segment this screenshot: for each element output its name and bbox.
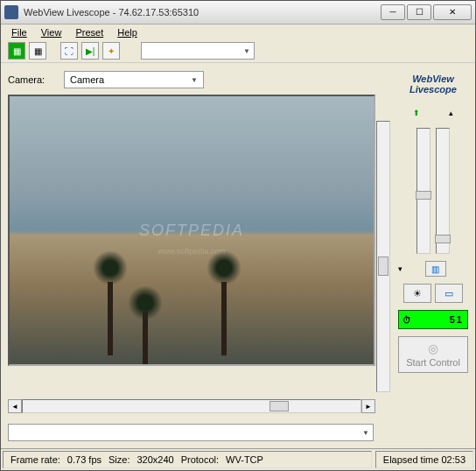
watermark-text: SOFTPEDIA: [139, 221, 244, 240]
scene-palm: [132, 285, 158, 366]
tool-camera-icon[interactable]: ✦: [102, 42, 120, 60]
clock-icon: ⏱: [402, 315, 413, 325]
zoom-up-icon[interactable]: ▴: [449, 109, 453, 117]
titlebar[interactable]: WebView Livescope - 74.62.17.53:65310 ─ …: [1, 1, 475, 25]
logo-line1: WebView: [398, 74, 468, 84]
chevron-down-icon: ▼: [243, 47, 250, 55]
video-container: SOFTPEDIA www.softpedia.com: [8, 95, 375, 392]
start-control-button[interactable]: ◎ Start Control: [398, 336, 468, 373]
scroll-left-arrow-icon[interactable]: ◄: [8, 399, 22, 413]
camera-select-value: Camera: [70, 74, 104, 85]
panorama-icon[interactable]: ▭: [435, 284, 463, 303]
logo-line2: Livescope: [398, 84, 468, 95]
right-panel: WebView Livescope ⬆ ▴ ▾ ▥ ☀: [398, 70, 468, 441]
camera-select[interactable]: Camera ▼: [64, 71, 204, 88]
frame-rate-value: 0.73 fps: [67, 454, 102, 465]
tilt-slider-thumb[interactable]: [416, 191, 431, 200]
close-button[interactable]: ✕: [433, 4, 472, 20]
elapsed-label: Elapsed time: [383, 454, 439, 465]
horizontal-scrollbar[interactable]: [22, 399, 361, 413]
camera-row: Camera: Camera ▼: [8, 70, 395, 89]
maximize-button[interactable]: ☐: [407, 4, 431, 20]
status-elapsed: Elapsed time 02:53: [375, 451, 473, 468]
menu-preset[interactable]: Preset: [70, 25, 108, 39]
protocol-label: Protocol:: [181, 454, 219, 465]
tool-play-icon[interactable]: ▶|: [81, 42, 99, 60]
menu-file[interactable]: File: [6, 25, 32, 39]
timer-value: 51: [450, 314, 464, 325]
tree-icon: ⬆: [413, 109, 420, 117]
tool-checker-gray-icon[interactable]: ▦: [29, 42, 46, 60]
toolbar-combo[interactable]: ▼: [141, 42, 255, 60]
menubar: File View Preset Help: [1, 25, 475, 40]
control-icons-row: ☀ ▭: [398, 284, 468, 303]
sliders-area: [398, 124, 468, 257]
statusbar: Frame rate: 0.73 fps Size: 320x240 Proto…: [1, 448, 475, 470]
vertical-scrollbar[interactable]: [376, 121, 390, 392]
vertical-scroll-panel: [375, 95, 391, 392]
main-window: WebView Livescope - 74.62.17.53:65310 ─ …: [0, 0, 476, 471]
bottom-combo[interactable]: ▼: [8, 424, 374, 441]
slider-top-row: ⬆ ▴: [398, 105, 468, 121]
video-frame[interactable]: SOFTPEDIA www.softpedia.com: [8, 95, 375, 366]
tilt-slider[interactable]: [416, 128, 430, 254]
scene-palm: [211, 250, 237, 355]
vertical-scrollbar-thumb[interactable]: [378, 257, 388, 276]
backlight-icon[interactable]: ☀: [403, 284, 431, 303]
size-label: Size:: [108, 454, 130, 465]
slider-bottom-row: ▾ ▥: [398, 261, 468, 277]
app-icon: [4, 5, 18, 19]
status-main: Frame rate: 0.73 fps Size: 320x240 Proto…: [3, 451, 372, 468]
elapsed-value: 02:53: [441, 454, 466, 465]
menu-help[interactable]: Help: [112, 25, 143, 39]
tool-checker-green-icon[interactable]: ▦: [8, 42, 25, 60]
minimize-button[interactable]: ─: [381, 4, 405, 20]
scene-palm: [97, 250, 123, 355]
zoom-slider[interactable]: [436, 128, 450, 254]
timer-display: ⏱ 51: [398, 310, 468, 329]
camera-label: Camera:: [8, 74, 57, 85]
window-title: WebView Livescope - 74.62.17.53:65310: [24, 7, 381, 18]
chevron-down-icon: ▼: [362, 429, 369, 437]
size-value: 320x240: [136, 454, 173, 465]
chevron-down-icon: ▼: [191, 76, 198, 84]
webview-logo: WebView Livescope: [398, 74, 468, 95]
toolbar: ▦ ▦ ⛶ ▶| ✦ ▼: [1, 39, 475, 63]
protocol-value: WV-TCP: [226, 454, 263, 465]
menu-view[interactable]: View: [36, 25, 67, 39]
start-control-label: Start Control: [406, 357, 460, 368]
main-area: Camera: Camera ▼ SOFTPEDIA www.softpedia…: [1, 63, 475, 448]
grid-icon[interactable]: ▥: [425, 261, 446, 277]
scroll-right-arrow-icon[interactable]: ►: [361, 399, 375, 413]
horizontal-scrollbar-thumb[interactable]: [270, 401, 289, 411]
camera-control-icon: ◎: [428, 341, 438, 355]
left-panel: Camera: Camera ▼ SOFTPEDIA www.softpedia…: [8, 70, 395, 441]
zoom-slider-thumb[interactable]: [435, 235, 451, 243]
zoom-down-icon[interactable]: ▾: [398, 264, 402, 273]
frame-rate-label: Frame rate:: [10, 454, 60, 465]
horizontal-scroll-row: ◄ ►: [8, 399, 375, 413]
tool-expand-icon[interactable]: ⛶: [60, 42, 78, 60]
